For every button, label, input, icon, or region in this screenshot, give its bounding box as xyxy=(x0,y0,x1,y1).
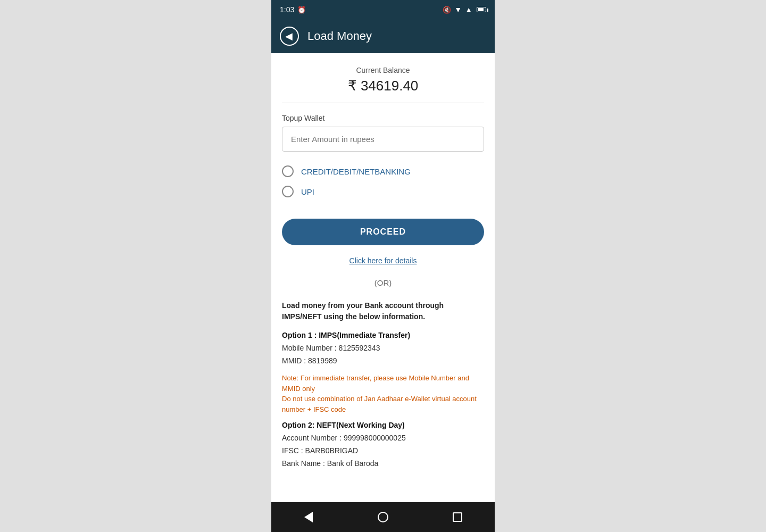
option2-section: Option 2: NEFT(Next Working Day) Account… xyxy=(282,421,484,469)
topup-label: Topup Wallet xyxy=(282,114,484,122)
balance-section: Current Balance ₹ 34619.40 xyxy=(282,53,484,103)
option2-bank: Bank Name : Bank of Baroda xyxy=(282,458,484,469)
wifi-icon: ▼ xyxy=(454,5,462,14)
option1-mobile: Mobile Number : 8125592343 xyxy=(282,343,484,354)
payment-options: CREDIT/DEBIT/NETBANKING UPI xyxy=(271,157,495,214)
app-bar: ◀ Load Money xyxy=(271,19,495,53)
nav-home-icon xyxy=(378,512,388,522)
option2-ifsc: IFSC : BARB0BRIGAD xyxy=(282,445,484,456)
upi-radio[interactable] xyxy=(282,186,294,197)
nav-home-button[interactable] xyxy=(372,506,394,528)
nav-recents-button[interactable] xyxy=(447,506,468,528)
nav-recents-icon xyxy=(453,512,462,522)
details-link-section: Click here for details xyxy=(271,254,495,274)
amount-input[interactable] xyxy=(282,127,484,152)
status-bar-left: 1:03 ⏰ xyxy=(280,5,306,14)
topup-section: Topup Wallet xyxy=(271,103,495,157)
phone-frame: 1:03 ⏰ 🔇 ▼ ▲ ◀ Load Money Current Balanc… xyxy=(271,0,495,532)
main-content: Current Balance ₹ 34619.40 Topup Wallet … xyxy=(271,53,495,502)
back-button[interactable]: ◀ xyxy=(280,27,299,46)
upi-option[interactable]: UPI xyxy=(282,186,484,197)
note2-text: Do not use combination of Jan Aadhaar e-… xyxy=(282,395,477,413)
alarm-icon: ⏰ xyxy=(297,6,306,14)
proceed-section: PROCEED xyxy=(271,214,495,254)
option1-mmid: MMID : 8819989 xyxy=(282,355,484,367)
app-bar-title: Load Money xyxy=(307,29,372,43)
time-display: 1:03 xyxy=(280,5,294,14)
nav-back-icon xyxy=(304,512,313,522)
bank-info-section: Load money from your Bank account throug… xyxy=(271,296,495,481)
back-arrow-icon: ◀ xyxy=(285,31,293,41)
proceed-button[interactable]: PROCEED xyxy=(282,219,484,245)
balance-amount: ₹ 34619.40 xyxy=(293,78,473,94)
status-bar-right: 🔇 ▼ ▲ xyxy=(443,5,486,14)
balance-label: Current Balance xyxy=(293,66,473,74)
credit-debit-label: CREDIT/DEBIT/NETBANKING xyxy=(301,167,411,176)
upi-label: UPI xyxy=(301,187,314,196)
bank-info-intro: Load money from your Bank account throug… xyxy=(282,300,484,322)
status-bar: 1:03 ⏰ 🔇 ▼ ▲ xyxy=(271,0,495,19)
details-link[interactable]: Click here for details xyxy=(349,256,417,265)
signal-icon: ▲ xyxy=(465,5,472,14)
note1-text: Note: For immediate transfer, please use… xyxy=(282,373,484,414)
silent-icon: 🔇 xyxy=(443,6,451,14)
option2-account: Account Number : 999998000000025 xyxy=(282,433,484,444)
credit-debit-option[interactable]: CREDIT/DEBIT/NETBANKING xyxy=(282,165,484,177)
battery-icon xyxy=(477,7,486,12)
or-divider: (OR) xyxy=(271,274,495,296)
option1-title: Option 1 : IMPS(Immediate Transfer) xyxy=(282,331,484,339)
nav-back-button[interactable] xyxy=(298,506,319,528)
credit-debit-radio[interactable] xyxy=(282,165,294,177)
option2-title: Option 2: NEFT(Next Working Day) xyxy=(282,421,484,429)
nav-bar xyxy=(271,502,495,532)
